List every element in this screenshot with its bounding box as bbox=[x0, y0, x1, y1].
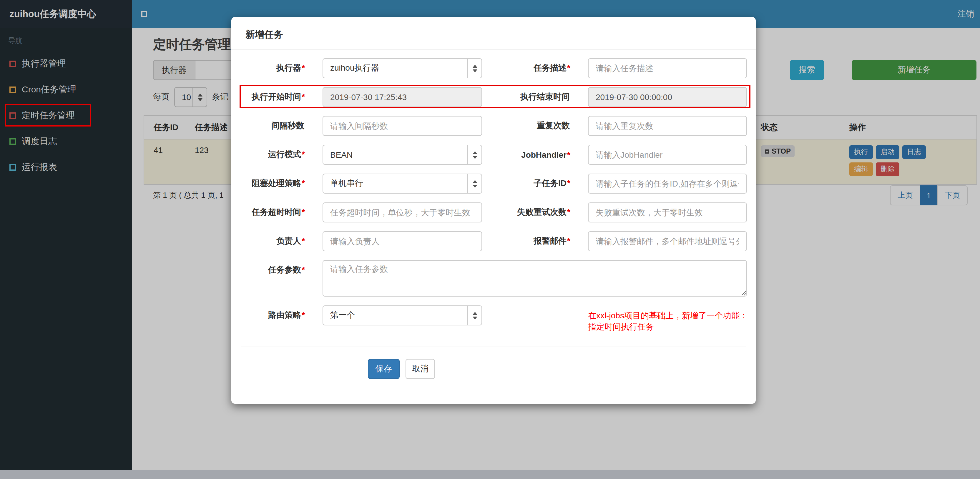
cancel-button[interactable]: 取消 bbox=[406, 359, 435, 379]
save-button[interactable]: 保存 bbox=[368, 359, 400, 379]
add-task-modal: 新增任务 执行器* zuihou执行器 任务描述* 执行开始时间* 执行结束时间 bbox=[231, 17, 756, 404]
block-strategy-select[interactable]: 单机串行 bbox=[323, 173, 482, 194]
select-arrows-icon bbox=[467, 145, 482, 164]
start-time-input[interactable] bbox=[323, 87, 482, 107]
modal-footer: 保存 取消 bbox=[231, 347, 756, 379]
end-time-label: 执行结束时间 bbox=[482, 92, 570, 102]
owner-label: 负责人* bbox=[231, 236, 305, 247]
form-row: 路由策略* 第一个 在xxl-jobs项目的基础上，新增了一个功能： 指定时间执… bbox=[231, 306, 756, 333]
interval-seconds-label: 间隔秒数 bbox=[231, 121, 305, 131]
modal-title: 新增任务 bbox=[231, 17, 756, 50]
task-params-textarea[interactable] bbox=[323, 260, 747, 297]
block-strategy-label: 阻塞处理策略* bbox=[231, 178, 305, 189]
child-task-id-label: 子任务ID* bbox=[482, 178, 570, 189]
task-timeout-input[interactable] bbox=[323, 202, 482, 223]
fail-retry-input[interactable] bbox=[588, 202, 747, 223]
form-row: 任务参数* bbox=[231, 260, 756, 297]
select-arrows-icon bbox=[467, 306, 482, 325]
form-row: 任务超时时间* 失败重试次数* bbox=[231, 202, 756, 223]
form-row: 执行器* zuihou执行器 任务描述* bbox=[231, 58, 756, 78]
modal-body: 执行器* zuihou执行器 任务描述* 执行开始时间* 执行结束时间 间隔秒数 bbox=[231, 50, 756, 379]
route-strategy-label: 路由策略* bbox=[231, 306, 305, 321]
form-row: 执行开始时间* 执行结束时间 bbox=[231, 87, 756, 107]
alarm-email-label: 报警邮件* bbox=[482, 236, 570, 247]
form-row: 阻塞处理策略* 单机串行 子任务ID* bbox=[231, 173, 756, 194]
fail-retry-label: 失败重试次数* bbox=[482, 207, 570, 218]
route-strategy-select[interactable]: 第一个 bbox=[323, 306, 482, 325]
child-task-id-input[interactable] bbox=[588, 173, 747, 194]
repeat-count-input[interactable] bbox=[588, 116, 747, 136]
jobhandler-label: JobHandler* bbox=[482, 150, 570, 159]
interval-seconds-input[interactable] bbox=[323, 116, 482, 136]
repeat-count-label: 重复次数 bbox=[482, 121, 570, 131]
feature-note: 在xxl-jobs项目的基础上，新增了一个功能： 指定时间执行任务 bbox=[588, 310, 748, 333]
run-mode-select[interactable]: BEAN bbox=[323, 145, 482, 165]
form-row: 间隔秒数 重复次数 bbox=[231, 116, 756, 136]
form-row: 运行模式* BEAN JobHandler* bbox=[231, 145, 756, 165]
end-time-input[interactable] bbox=[588, 87, 747, 107]
select-arrows-icon bbox=[467, 174, 482, 193]
task-desc-input[interactable] bbox=[588, 58, 747, 78]
task-desc-label: 任务描述* bbox=[482, 63, 570, 73]
run-mode-label: 运行模式* bbox=[231, 150, 305, 160]
jobhandler-input[interactable] bbox=[588, 145, 747, 165]
alarm-email-input[interactable] bbox=[588, 231, 747, 251]
app-root: zuihou任务调度中心 注销 导航 执行器管理 Cron任务管理 定时任务管理… bbox=[0, 0, 980, 479]
task-params-label: 任务参数* bbox=[231, 260, 305, 275]
owner-input[interactable] bbox=[323, 231, 482, 251]
task-timeout-label: 任务超时时间* bbox=[231, 207, 305, 218]
executor-select[interactable]: zuihou执行器 bbox=[323, 58, 482, 78]
start-time-label: 执行开始时间* bbox=[231, 92, 305, 102]
select-arrows-icon bbox=[467, 59, 482, 78]
executor-label: 执行器* bbox=[231, 63, 305, 73]
form-row: 负责人* 报警邮件* bbox=[231, 231, 756, 251]
